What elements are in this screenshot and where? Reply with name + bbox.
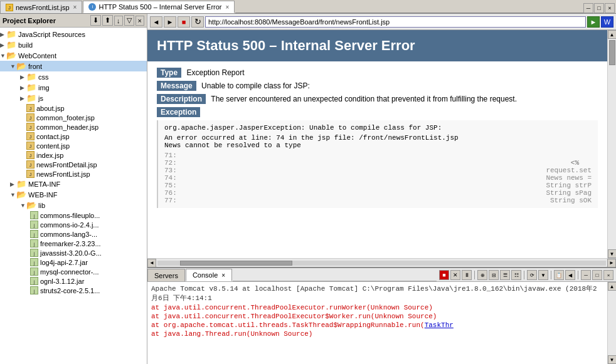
btn-f[interactable]: ▼ bbox=[538, 270, 548, 280]
jsp-file-icon: J bbox=[26, 123, 35, 131]
btn-c[interactable]: ☰ bbox=[500, 270, 510, 280]
btn-a[interactable]: ⊕ bbox=[477, 270, 487, 280]
tree-item-commons-fileupload[interactable]: j commons-fileuplo... bbox=[0, 211, 147, 220]
sidebar-icon-2[interactable]: ⬆ bbox=[102, 15, 113, 26]
tree-item-log4j[interactable]: j log4j-api-2.7.jar bbox=[0, 257, 147, 267]
tree-item-web-inf[interactable]: ▼ 📂 WEB-INF bbox=[0, 189, 147, 200]
go-button[interactable]: ► bbox=[587, 16, 600, 28]
tree-item-index[interactable]: J index.jsp bbox=[0, 150, 147, 160]
tree-item-js-resources[interactable]: ▶ 📁 JavaScript Resources bbox=[0, 29, 147, 39]
tree-item-ognl[interactable]: j ognl-3.1.12.jar bbox=[0, 276, 147, 286]
window-close[interactable]: × bbox=[605, 3, 615, 13]
tree-item-js[interactable]: ▶ 📁 js bbox=[0, 93, 147, 103]
tab-httperror-close[interactable]: × bbox=[225, 4, 229, 11]
tab-servers[interactable]: Servers bbox=[147, 269, 185, 281]
back-button[interactable]: ◄ bbox=[150, 16, 162, 28]
servers-tab-label: Servers bbox=[154, 272, 178, 279]
sidebar-icon-1[interactable]: ⬇ bbox=[90, 15, 101, 26]
jar-icon: j bbox=[30, 211, 38, 219]
tree-label: js bbox=[38, 95, 43, 102]
tree-item-struts2[interactable]: j struts2-core-2.5.1... bbox=[0, 286, 147, 295]
jar-icon: j bbox=[30, 286, 38, 294]
scroll-up-arrow[interactable]: ▲ bbox=[608, 30, 617, 39]
refresh-button[interactable]: ↻ bbox=[191, 16, 204, 28]
scroll-thumb-horizontal[interactable] bbox=[180, 261, 292, 266]
tree-item-commons-lang3[interactable]: j commons-lang3-... bbox=[0, 229, 147, 239]
arrow-icon: ▶ bbox=[20, 95, 26, 101]
arrow-icon: ▶ bbox=[10, 181, 16, 187]
pause-btn[interactable]: ⏸ bbox=[462, 270, 472, 280]
arrow-icon: ▼ bbox=[20, 202, 26, 209]
clear-console-btn[interactable]: ✕ bbox=[450, 270, 460, 280]
sep1 bbox=[474, 271, 475, 279]
tree-item-contact[interactable]: J contact.jsp bbox=[0, 132, 147, 141]
tree-item-lib[interactable]: ▼ 📂 lib bbox=[0, 200, 147, 211]
tab-console[interactable]: Console × bbox=[186, 269, 232, 281]
tree-item-common-footer[interactable]: J common_footer.jsp bbox=[0, 113, 147, 122]
sidebar-close-icon[interactable]: × bbox=[135, 16, 144, 26]
btn-maximize[interactable]: □ bbox=[592, 270, 602, 280]
extra-btn[interactable]: W bbox=[601, 16, 613, 28]
console-link[interactable]: TaskThr bbox=[425, 321, 454, 329]
tab-newsfrontlist[interactable]: J newsFrontList.jsp × bbox=[0, 1, 82, 13]
scroll-thumb-vertical[interactable] bbox=[609, 40, 615, 65]
jsp-file-icon: J bbox=[26, 113, 35, 122]
tree-label: javassist-3.20.0-G... bbox=[40, 249, 102, 257]
tree-item-commons-io[interactable]: j commons-io-2.4.j... bbox=[0, 220, 147, 229]
stop-console-btn[interactable]: ■ bbox=[439, 270, 449, 280]
code-74: 74: News news = bbox=[164, 174, 592, 182]
forward-button[interactable]: ► bbox=[164, 16, 176, 28]
btn-d[interactable]: ☷ bbox=[511, 270, 521, 280]
jar-icon: j bbox=[30, 221, 38, 229]
arrow-icon: ▼ bbox=[10, 192, 16, 198]
tree-item-common-header[interactable]: J common_header.jsp bbox=[0, 122, 147, 132]
tab-httperror[interactable]: i HTTP Status 500 – Internal Server Erro… bbox=[83, 1, 235, 13]
console-output: Apache Tomcat v8.5.14 at localhost [Apac… bbox=[147, 282, 616, 364]
scroll-left-arrow[interactable]: ◄ bbox=[147, 259, 156, 268]
tree-item-mysql[interactable]: j mysql-connector-... bbox=[0, 267, 147, 276]
tree-item-webcontent[interactable]: ▼ 📂 WebContent bbox=[0, 50, 147, 61]
tree-item-img[interactable]: ▶ 📁 img bbox=[0, 82, 147, 93]
sidebar-icon-4[interactable]: ▽ bbox=[124, 15, 134, 26]
tree-item-build[interactable]: ▶ 📁 build bbox=[0, 39, 147, 50]
tree-item-javassist[interactable]: j javassist-3.20.0-G... bbox=[0, 248, 147, 257]
tree-item-front[interactable]: ▼ 📂 front bbox=[0, 61, 147, 71]
btn-h[interactable]: ◀ bbox=[565, 270, 575, 280]
description-label: Description bbox=[157, 94, 206, 104]
tree-item-meta-inf[interactable]: ▶ 📁 META-INF bbox=[0, 179, 147, 189]
browser-vscrollbar[interactable]: ▲ ▼ bbox=[607, 30, 616, 258]
console-scroll-up[interactable]: ▲ bbox=[608, 282, 617, 291]
console-vscrollbar[interactable]: ▲ ▼ bbox=[607, 282, 616, 364]
btn-minimize[interactable]: ─ bbox=[581, 270, 591, 280]
browser-hscrollbar[interactable]: ◄ ► bbox=[147, 258, 616, 267]
tab-newsfrontlist-close[interactable]: × bbox=[73, 4, 77, 11]
btn-g[interactable]: 📋 bbox=[554, 270, 564, 280]
console-scroll-down[interactable]: ▼ bbox=[608, 355, 617, 364]
console-tab-close[interactable]: × bbox=[221, 272, 225, 279]
tree-item-newsfrontdetail[interactable]: J newsFrontDetail.jsp bbox=[0, 160, 147, 169]
tree-label: lib bbox=[38, 202, 45, 209]
browser-content: HTTP Status 500 – Internal Server Error … bbox=[147, 30, 616, 258]
tree-item-newsfrontlist[interactable]: J newsFrontList.jsp bbox=[0, 169, 147, 179]
folder-icon: 📂 bbox=[16, 61, 26, 71]
code-76: 76: String sPag bbox=[164, 189, 592, 197]
scroll-down-arrow[interactable]: ▼ bbox=[608, 249, 617, 258]
btn-e[interactable]: ⟳ bbox=[527, 270, 537, 280]
tree-item-about-jsp[interactable]: J about.jsp bbox=[0, 103, 147, 113]
scroll-right-arrow[interactable]: ► bbox=[607, 259, 616, 268]
url-input[interactable] bbox=[205, 16, 586, 28]
console-line-2: at java.util.concurrent.ThreadPoolExecut… bbox=[151, 312, 603, 321]
tree-label: JavaScript Resources bbox=[18, 31, 85, 38]
btn-b[interactable]: ⊟ bbox=[489, 270, 499, 280]
tree-item-freemarker[interactable]: j freemarker-2.3.23... bbox=[0, 239, 147, 248]
tree-item-content[interactable]: J content.jsp bbox=[0, 141, 147, 150]
window-maximize[interactable]: □ bbox=[594, 3, 604, 13]
arrow-icon: ▼ bbox=[10, 63, 16, 70]
tree-item-css[interactable]: ▶ 📁 css bbox=[0, 71, 147, 82]
window-minimize[interactable]: ─ bbox=[583, 3, 593, 13]
btn-close-panel[interactable]: × bbox=[603, 270, 613, 280]
sidebar-icon-3[interactable]: ↓ bbox=[114, 16, 123, 26]
type-label: Type bbox=[157, 68, 181, 78]
stop-button[interactable]: ■ bbox=[178, 16, 190, 28]
tree-label: commons-io-2.4.j... bbox=[40, 221, 99, 229]
